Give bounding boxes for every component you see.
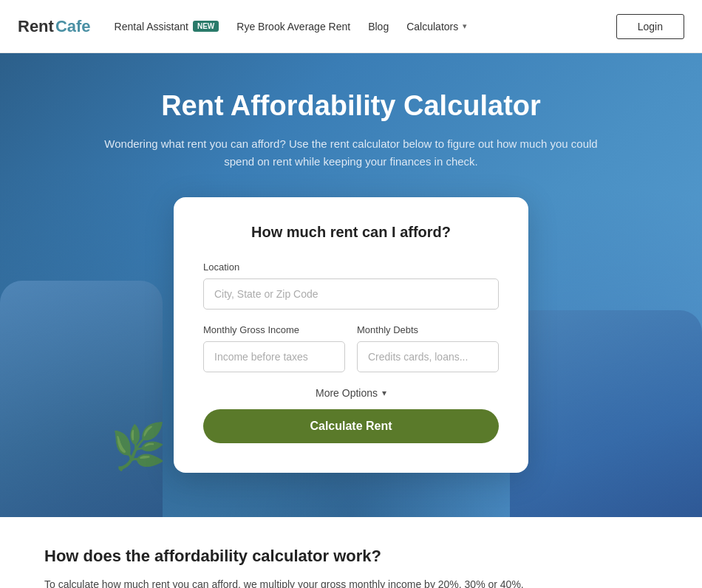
bottom-text: To calculate how much rent you can affor… <box>44 576 658 588</box>
hero-section: Rent Affordability Calculator Wondering … <box>0 53 702 517</box>
income-label: Monthly Gross Income <box>203 324 345 335</box>
calculate-rent-button[interactable]: Calculate Rent <box>203 409 499 443</box>
main-nav: Rental Assistant NEW Rye Brook Average R… <box>115 21 616 33</box>
nav-average-rent[interactable]: Rye Brook Average Rent <box>236 21 350 33</box>
calculator-title: How much rent can I afford? <box>203 224 499 241</box>
sofa-right-decoration <box>510 310 702 517</box>
chevron-down-icon: ▾ <box>463 21 467 31</box>
nav-rental-assistant-label: Rental Assistant <box>115 21 188 33</box>
income-field: Monthly Gross Income <box>203 324 345 372</box>
new-badge: NEW <box>193 21 219 32</box>
more-options-label: More Options <box>316 387 378 399</box>
nav-average-rent-label: Rye Brook Average Rent <box>236 21 350 33</box>
debts-input[interactable] <box>357 341 499 372</box>
login-button[interactable]: Login <box>616 14 684 39</box>
hero-subtitle: Wondering what rent you can afford? Use … <box>100 135 602 171</box>
bottom-title: How does the affordability calculator wo… <box>44 547 658 566</box>
nav-calculators[interactable]: Calculators ▾ <box>406 21 467 33</box>
nav-blog[interactable]: Blog <box>368 21 389 33</box>
hero-title: Rent Affordability Calculator <box>161 90 541 122</box>
location-field: Location <box>203 261 499 310</box>
nav-rental-assistant[interactable]: Rental Assistant NEW <box>115 21 219 33</box>
income-debts-row: Monthly Gross Income Monthly Debts <box>203 324 499 372</box>
header: RentCafe Rental Assistant NEW Rye Brook … <box>0 0 702 53</box>
bottom-section: How does the affordability calculator wo… <box>0 517 702 588</box>
logo-cafe-text: Cafe <box>55 17 91 36</box>
more-options-row: More Options ▾ <box>203 387 499 399</box>
income-input[interactable] <box>203 341 345 372</box>
chevron-down-icon: ▾ <box>382 388 386 398</box>
calculator-card: How much rent can I afford? Location Mon… <box>174 197 528 473</box>
location-label: Location <box>203 261 499 273</box>
debts-label: Monthly Debts <box>357 324 499 335</box>
location-input[interactable] <box>203 278 499 310</box>
nav-blog-label: Blog <box>368 21 389 33</box>
nav-calculators-label: Calculators <box>406 21 458 33</box>
debts-field: Monthly Debts <box>357 324 499 372</box>
more-options-button[interactable]: More Options ▾ <box>316 387 386 399</box>
logo: RentCafe <box>18 17 91 36</box>
plant-decoration <box>118 384 148 473</box>
logo-rent-text: Rent <box>18 17 54 36</box>
